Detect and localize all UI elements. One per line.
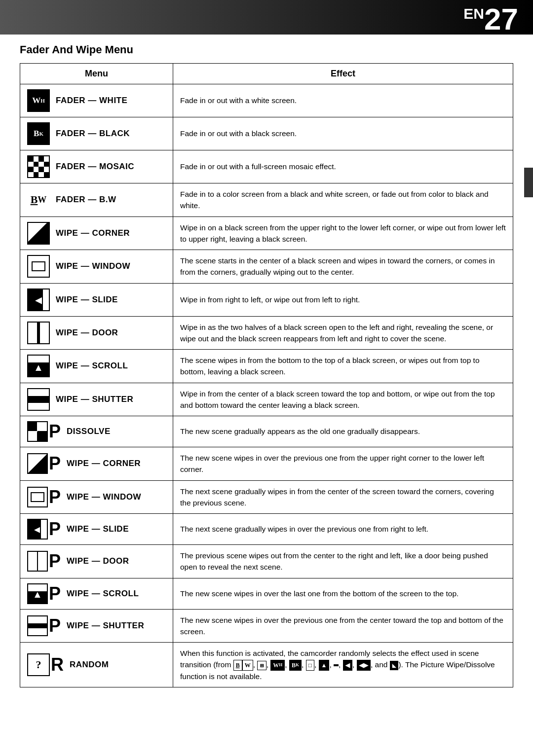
p-shutter-shape <box>27 615 48 636</box>
p-letter-corner: P <box>49 455 61 472</box>
wh-icon: WH <box>27 89 50 112</box>
p-corner-shape <box>27 453 48 474</box>
menu-cell-fader-mosaic: FADER — MOSAIC <box>20 150 173 183</box>
p-dissolve-icon: P <box>27 421 61 442</box>
inline-bw-icon: B <box>233 660 242 671</box>
bw-icon: BW <box>27 188 50 211</box>
p-slide-icon: P <box>27 519 61 540</box>
wipe-scroll-label: WIPE — SCROLL <box>56 361 128 371</box>
menu-cell-fader-bw: BW FADER — B.W <box>20 183 173 217</box>
door-icon <box>27 322 50 344</box>
fader-white-label: FADER — WHITE <box>56 96 127 106</box>
effect-p-dissolve: The new scene gradually appears as the o… <box>173 416 513 447</box>
p-corner-icon: P <box>27 453 61 474</box>
table-row: P DISSOLVE The new scene gradually appea… <box>20 416 513 447</box>
inline-window-icon: □ <box>306 660 314 671</box>
page-content: Fader And Wipe Menu Menu Effect WH FADER… <box>0 43 533 707</box>
table-row: P WIPE — DOOR The previous scene wipes o… <box>20 545 513 578</box>
effect-wipe-door: Wipe in as the two halves of a black scr… <box>173 316 513 350</box>
p-letter-dissolve: P <box>49 423 61 440</box>
menu-cell-p-wipe-scroll: P WIPE — SCROLL <box>20 578 173 609</box>
inline-scroll-icon: ▲ <box>319 660 330 671</box>
p-letter-slide: P <box>49 520 61 538</box>
menu-cell-fader-black: BK FADER — BLACK <box>20 117 173 150</box>
p-wipe-scroll-label: WIPE — SCROLL <box>67 589 139 599</box>
corner-icon <box>27 222 50 245</box>
p-door-icon: P <box>27 551 61 572</box>
window-icon <box>27 255 50 278</box>
shutter-icon <box>27 388 50 411</box>
table-row: P WIPE — WINDOW The next scene gradually… <box>20 480 513 514</box>
table-row: BW FADER — B.W Fade in to a color screen… <box>20 183 513 217</box>
wipe-window-label: WIPE — WINDOW <box>56 261 130 271</box>
p-slide-shape <box>27 519 48 540</box>
r-letter: R <box>51 654 64 675</box>
p-shutter-icon: P <box>27 615 61 636</box>
header-bar: EN27 <box>0 0 533 35</box>
menu-cell-p-wipe-door: P WIPE — DOOR <box>20 545 173 578</box>
p-letter-shutter: P <box>49 617 61 635</box>
table-row: WH FADER — WHITE Fade in or out with a w… <box>20 84 513 117</box>
effect-p-wipe-shutter: The new scene wipes in over the previous… <box>173 609 513 643</box>
p-door-shape <box>27 551 48 572</box>
menu-cell-p-wipe-corner: P WIPE — CORNER <box>20 447 173 481</box>
table-row: WIPE — DOOR Wipe in as the two halves of… <box>20 316 513 350</box>
table-row: P WIPE — SHUTTER The new scene wipes in … <box>20 609 513 643</box>
arrow-up-icon <box>34 362 43 373</box>
wipe-door-label: WIPE — DOOR <box>56 328 118 338</box>
effect-wipe-shutter: Wipe in from the center of a black scree… <box>173 383 513 416</box>
window-inner <box>32 261 45 271</box>
menu-cell-p-wipe-slide: P WIPE — SLIDE <box>20 514 173 545</box>
table-row: P WIPE — SCROLL The new scene wipes in o… <box>20 578 513 609</box>
inline-bk-icon: BK <box>289 660 302 671</box>
page-prefix: EN <box>463 5 484 22</box>
table-row: ? R RANDOM When this function is activat… <box>20 643 513 687</box>
page-number: EN27 <box>463 4 518 35</box>
fader-black-label: FADER — BLACK <box>56 129 130 139</box>
effect-p-wipe-slide: The next scene gradually wipes in over t… <box>173 514 513 545</box>
menu-cell-wipe-door: WIPE — DOOR <box>20 316 173 350</box>
p-letter-window: P <box>49 488 61 506</box>
wipe-shutter-label: WIPE — SHUTTER <box>56 395 133 404</box>
p-scroll-icon: P <box>27 583 61 604</box>
effect-wipe-corner: Wipe in on a black screen from the upper… <box>173 216 513 250</box>
p-arrow-left-icon <box>34 523 41 535</box>
table-row: WIPE — CORNER Wipe in on a black screen … <box>20 216 513 250</box>
wipe-slide-label: WIPE — SLIDE <box>56 295 118 305</box>
p-letter-door: P <box>49 552 61 570</box>
p-scroll-shape <box>27 583 48 604</box>
inline-slide-icon: ◀ <box>343 660 352 671</box>
effect-wipe-slide: Wipe in from right to left, or wipe out … <box>173 283 513 316</box>
p-letter-scroll: P <box>49 585 61 603</box>
table-row: P WIPE — SLIDE The next scene gradually … <box>20 514 513 545</box>
menu-cell-p-dissolve: P DISSOLVE <box>20 416 173 447</box>
side-accent <box>524 168 533 197</box>
fader-bw-label: FADER — B.W <box>56 195 116 205</box>
table-row: WIPE — SCROLL The scene wipes in from th… <box>20 350 513 383</box>
effect-fader-mosaic: Fade in or out with a full-screen mosaic… <box>173 150 513 183</box>
table-row: BK FADER — BLACK Fade in or out with a b… <box>20 117 513 150</box>
effect-fader-bw: Fade in to a color screen from a black a… <box>173 183 513 217</box>
menu-cell-wipe-window: WIPE — WINDOW <box>20 250 173 284</box>
effect-fader-black: Fade in or out with a black screen. <box>173 117 513 150</box>
bk-icon: BK <box>27 122 50 145</box>
p-wipe-corner-label: WIPE — CORNER <box>67 459 141 468</box>
p-wipe-shutter-label: WIPE — SHUTTER <box>67 621 144 631</box>
p-wipe-slide-label: WIPE — SLIDE <box>67 524 129 534</box>
menu-cell-fader-white: WH FADER — WHITE <box>20 84 173 117</box>
random-question-icon: ? <box>27 653 50 676</box>
menu-cell-wipe-slide: WIPE — SLIDE <box>20 283 173 316</box>
table-row: WIPE — WINDOW The scene starts in the ce… <box>20 250 513 284</box>
arrow-left-icon <box>35 294 42 306</box>
col-menu-header: Menu <box>20 64 173 84</box>
random-icon: ? R <box>27 653 64 676</box>
inline-shutter-icon <box>334 664 339 666</box>
menu-cell-wipe-scroll: WIPE — SCROLL <box>20 350 173 383</box>
inline-door-icon: ◀▶ <box>357 660 371 671</box>
p-window-shape <box>27 487 48 507</box>
dissolve-grid-icon <box>27 421 48 442</box>
fader-mosaic-label: FADER — MOSAIC <box>56 162 134 172</box>
effect-p-wipe-door: The previous scene wipes out from the ce… <box>173 545 513 578</box>
inline-corner-icon: ◣ <box>390 661 399 670</box>
p-arrow-up-icon <box>33 589 42 600</box>
